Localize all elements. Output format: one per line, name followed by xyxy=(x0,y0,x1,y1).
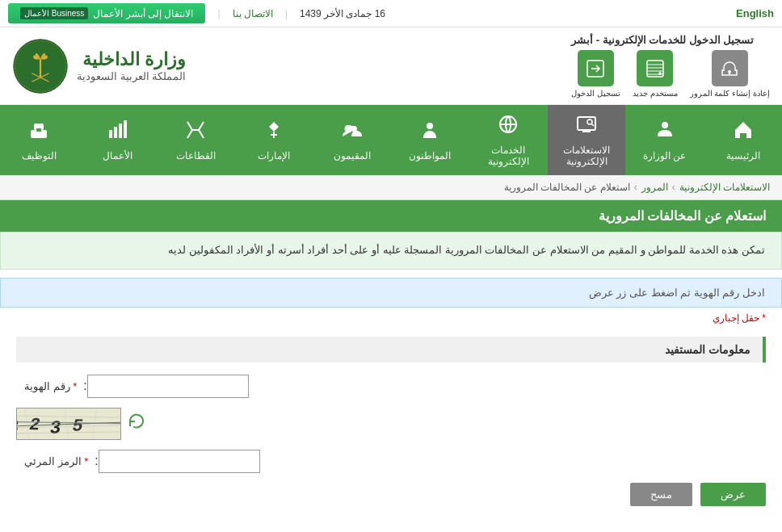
ministry-subtitle: المملكة العربية السعودية xyxy=(77,70,186,82)
about-icon xyxy=(654,119,676,146)
new-user-icon xyxy=(644,57,666,80)
nav-item-eservices[interactable]: الخدمات الإلكترونية xyxy=(469,105,548,175)
nav-item-einquiry[interactable]: الاستعلامات الإلكترونية xyxy=(548,105,626,175)
clear-button[interactable]: مسح xyxy=(630,483,692,506)
id-colon: : xyxy=(83,379,86,393)
breadcrumb-current: استعلام عن المخالفات المرورية xyxy=(504,182,630,193)
id-number-label: * رقم الهوية xyxy=(24,380,77,392)
nav-item-emirates[interactable]: الإمارات xyxy=(234,105,313,175)
nav-label-employment: التوظيف xyxy=(22,150,57,161)
nav-label-sectors: القطاعات xyxy=(176,150,216,161)
signin-icon-box xyxy=(578,50,614,86)
display-button[interactable]: عرض xyxy=(700,483,766,506)
emirates-icon xyxy=(263,119,285,146)
section-title: معلومات المستفيد xyxy=(665,343,750,356)
svg-text:5: 5 xyxy=(72,416,85,436)
refresh-icon xyxy=(128,413,145,430)
home-svg xyxy=(732,119,755,141)
header: تسجيل الدخول للخدمات الإلكترونية - أبشر … xyxy=(0,27,782,105)
ministry-name: وزارة الداخلية xyxy=(77,49,186,70)
svg-text:2: 2 xyxy=(29,415,43,436)
nav-item-employment[interactable]: التوظيف xyxy=(0,105,78,175)
business-icon xyxy=(106,119,128,146)
employment-icon xyxy=(27,119,50,146)
svg-line-18 xyxy=(591,124,594,126)
captcha-row: 3 2 3 5 xyxy=(16,408,766,440)
info-text: ادخل رقم الهوية ثم اضغط على زر عرض xyxy=(589,287,765,299)
required-note-text: * حقل إجباري xyxy=(713,312,766,324)
signin-label: تسجيل الدخول xyxy=(571,89,620,98)
top-bar-right: 16 جمادى الأخر 1439 | الاتصال بنا | الان… xyxy=(8,3,385,23)
nav-item-citizens[interactable]: المواطنون xyxy=(391,105,469,175)
captcha-label: * الرمز المرئي xyxy=(24,455,88,467)
reset-password-icon xyxy=(718,57,741,80)
nav-item-home[interactable]: الرئيسية xyxy=(704,105,782,175)
ministry-name-text: وزارة الداخلية المملكة العربية السعودية xyxy=(77,49,186,82)
svg-point-21 xyxy=(427,123,433,129)
abshir-sub-label: الأعمال Business xyxy=(20,7,88,19)
nav-item-residents[interactable]: المقيمون xyxy=(313,105,391,175)
id-required-star: * xyxy=(70,380,78,392)
eservices-icon xyxy=(497,113,519,140)
nav-label-residents: المقيمون xyxy=(334,150,371,161)
breadcrumb-sep1: › xyxy=(672,182,675,193)
nav-item-business[interactable]: الأعمال xyxy=(78,105,157,175)
description-box: تمكن هذه الخدمة للمواطن و المقيم من الاس… xyxy=(0,232,782,270)
required-note: * حقل إجباري xyxy=(0,308,782,329)
abshir-btn[interactable]: الانتقال إلى أبشر الأعمال الأعمال Busine… xyxy=(8,3,205,23)
reset-password-icon-box xyxy=(712,50,748,86)
captcha-image: 3 2 3 5 xyxy=(16,408,121,440)
breadcrumb-einquiry[interactable]: الاستعلامات الإلكترونية xyxy=(679,182,770,193)
citizens-svg xyxy=(418,119,441,141)
nav-item-sectors[interactable]: القطاعات xyxy=(157,105,235,175)
id-number-row: : * رقم الهوية xyxy=(16,375,766,398)
id-number-input[interactable] xyxy=(87,375,249,398)
svg-rect-32 xyxy=(36,128,41,132)
svg-rect-7 xyxy=(729,72,730,74)
new-user-icon-box xyxy=(637,50,673,86)
top-bar: English 16 جمادى الأخر 1439 | الاتصال بن… xyxy=(0,0,782,27)
svg-point-13 xyxy=(662,122,668,128)
login-section: تسجيل الدخول للخدمات الإلكترونية - أبشر … xyxy=(571,34,770,98)
page-title: استعلام عن المخالفات المرورية xyxy=(599,208,766,224)
breadcrumb-traffic[interactable]: المرور xyxy=(641,182,668,193)
emirates-svg xyxy=(263,119,285,141)
eservices-svg xyxy=(497,113,519,136)
svg-text:3: 3 xyxy=(49,417,63,439)
ministry-logo: وزارة الداخلية المملكة العربية السعودية xyxy=(12,38,186,94)
nav-label-emirates: الإمارات xyxy=(258,150,290,161)
nav-item-about[interactable]: عن الوزارة xyxy=(625,105,704,175)
action-buttons: مسح عرض xyxy=(16,483,766,506)
english-link-container[interactable]: English xyxy=(736,7,774,19)
form-section: معلومات المستفيد : * رقم الهوية xyxy=(0,329,782,522)
separator2: | xyxy=(217,8,220,19)
captcha-required-star: * xyxy=(82,455,89,467)
nav-label-business: الأعمال xyxy=(103,150,132,161)
login-icon-new-user[interactable]: مستخدم جديد xyxy=(633,50,678,98)
business-svg xyxy=(106,119,128,141)
english-link[interactable]: English xyxy=(736,7,774,19)
new-user-label: مستخدم جديد xyxy=(633,89,678,98)
contact-label[interactable]: الاتصال بنا xyxy=(233,8,273,19)
einquiry-svg xyxy=(575,113,598,136)
sectors-svg xyxy=(184,119,207,141)
date-label: 16 جمادى الأخر 1439 xyxy=(300,8,385,19)
reset-password-label: إعادة إنشاء كلمة المرور xyxy=(690,89,770,98)
captcha-input-row: : * الرمز المرئي xyxy=(16,450,766,473)
login-icon-signin[interactable]: تسجيل الدخول xyxy=(571,50,620,98)
info-bar: ادخل رقم الهوية ثم اضغط على زر عرض xyxy=(0,278,782,308)
nav-label-home: الرئيسية xyxy=(726,150,760,161)
ministry-emblem xyxy=(12,38,69,94)
login-icon-reset-password[interactable]: إعادة إنشاء كلمة المرور xyxy=(690,50,770,98)
main-content: استعلام عن المخالفات المرورية تمكن هذه ا… xyxy=(0,200,782,522)
login-icons: تسجيل الدخول مستخدم جديد xyxy=(571,50,770,98)
captcha-input[interactable] xyxy=(99,450,260,473)
page-header: استعلام عن المخالفات المرورية xyxy=(0,200,782,232)
refresh-captcha-btn[interactable] xyxy=(128,413,145,434)
captcha-svg: 3 2 3 5 xyxy=(17,408,120,440)
captcha-colon: : xyxy=(95,454,98,468)
svg-rect-26 xyxy=(114,127,117,138)
nav-label-eservices: الخدمات الإلكترونية xyxy=(481,145,536,167)
breadcrumb-sep2: › xyxy=(634,182,637,193)
svg-rect-25 xyxy=(109,130,112,138)
